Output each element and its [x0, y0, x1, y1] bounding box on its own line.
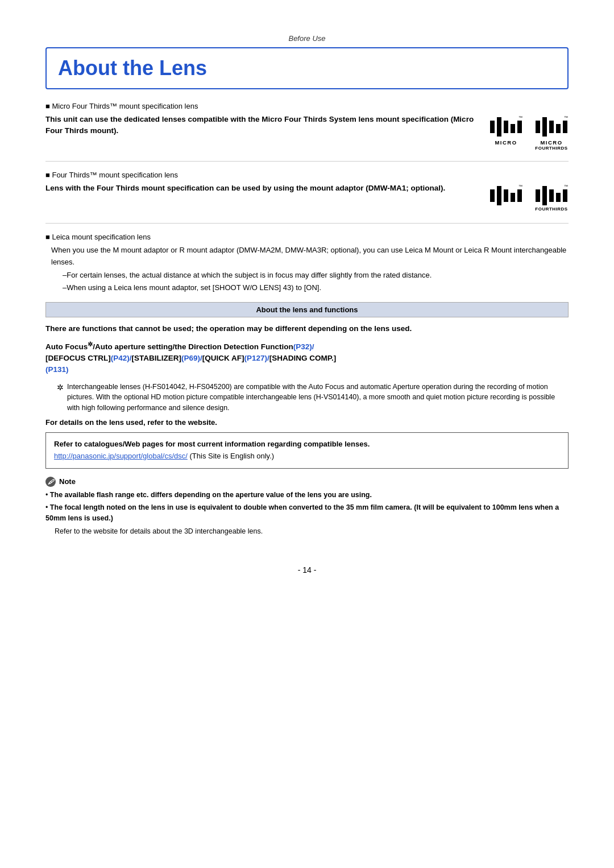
- functions-line1: There are functions that cannot be used;…: [45, 323, 569, 334]
- note-bullets: The available flash range etc. differs d…: [45, 490, 569, 538]
- four-thirds-logo-1: ™: [489, 185, 523, 206]
- note-bullet-1: The available flash range etc. differs d…: [45, 490, 569, 501]
- note-section: 🖊 Note The available flash range etc. di…: [45, 477, 569, 538]
- four-thirds-logo-1-icon: ™: [489, 185, 523, 206]
- functions-line4: (P131): [45, 364, 569, 375]
- note-bullet-3: Refer to the website for details about t…: [55, 526, 569, 537]
- micro-section-label: Micro Four Thirds™ mount specification l…: [45, 102, 569, 110]
- micro-logo-2-label-line2: FOURTHIRDS: [535, 146, 567, 151]
- asterisk-text: Interchangeable lenses (H-FS014042, H-FS…: [67, 382, 569, 414]
- svg-rect-20: [549, 189, 554, 202]
- micro-body-strong: This unit can use the dedicated lenses c…: [45, 115, 474, 135]
- divider-2: [45, 223, 569, 224]
- leica-sub-1: –For certain lenses, the actual distance…: [63, 270, 569, 282]
- svg-rect-8: [549, 121, 554, 133]
- page-title: About the Lens: [58, 56, 556, 80]
- micro-logo-2-label-line1: MICRO: [540, 139, 562, 146]
- svg-rect-21: [556, 193, 561, 202]
- micro-logo-2-icon: ™: [534, 116, 569, 138]
- four-thirds-logo-2: ™ FOURTHIRDS: [534, 185, 569, 212]
- svg-rect-10: [563, 121, 567, 133]
- functions-section: There are functions that cannot be used;…: [45, 323, 569, 376]
- leica-bullet-1: When you use the M mount adaptor or R mo…: [51, 245, 569, 268]
- svg-rect-9: [556, 124, 561, 133]
- micro-logo-1-icon: ™: [489, 116, 523, 138]
- page-number: - 14 -: [45, 565, 569, 574]
- svg-text:™: ™: [564, 116, 568, 119]
- svg-rect-22: [563, 189, 567, 202]
- page-container: Before Use About the Lens Micro Four Thi…: [0, 0, 614, 868]
- svg-rect-2: [504, 121, 508, 133]
- title-box: About the Lens: [45, 47, 569, 89]
- functions-line3: [DEFOCUS CTRL](P42)/[STABILIZER](P69)/[Q…: [45, 353, 569, 364]
- micro-logo-1-label: MICRO: [495, 139, 517, 146]
- svg-rect-3: [511, 124, 515, 133]
- four-thirds-section-label: Four Thirds™ mount specification lens: [45, 171, 569, 179]
- micro-logos: ™ MICRO ™ MICRO FOURTHIRDS: [489, 116, 569, 151]
- four-thirds-body-strong: Lens with the Four Thirds mount specific…: [45, 184, 445, 192]
- svg-text:™: ™: [518, 116, 522, 119]
- svg-rect-12: [490, 189, 495, 202]
- svg-rect-7: [542, 117, 547, 137]
- note-icon: 🖊: [45, 477, 56, 487]
- four-thirds-logos: ™ ™ FOURTHIRDS: [489, 185, 569, 212]
- svg-rect-13: [497, 186, 501, 205]
- leica-sub-2: –When using a Leica lens mount adaptor, …: [63, 282, 569, 294]
- leica-section-label: Leica mount specification lens: [45, 233, 569, 241]
- catalogue-line1: Refer to catalogues/Web pages for most c…: [54, 439, 560, 450]
- note-header-label: Note: [59, 477, 76, 486]
- before-use-label: Before Use: [45, 34, 569, 43]
- functions-line2: Auto Focus✲/Auto aperture setting/the Di…: [45, 339, 569, 353]
- svg-rect-6: [536, 121, 540, 133]
- micro-body-text: This unit can use the dedicated lenses c…: [45, 114, 478, 137]
- four-thirds-body-text: Lens with the Four Thirds mount specific…: [45, 183, 478, 194]
- svg-text:™: ™: [564, 185, 568, 188]
- four-thirds-logo-2-label: FOURTHIRDS: [535, 206, 567, 212]
- svg-rect-16: [517, 189, 522, 202]
- refer-website-text: For details on the lens used, refer to t…: [45, 418, 569, 427]
- four-thirds-section: Lens with the Four Thirds mount specific…: [45, 183, 569, 212]
- note-header: 🖊 Note: [45, 477, 569, 487]
- svg-text:™: ™: [518, 185, 522, 188]
- svg-rect-14: [504, 189, 508, 202]
- catalogue-url[interactable]: http://panasonic.jp/support/global/cs/ds…: [54, 452, 188, 460]
- catalogue-url-suffix: (This Site is English only.): [190, 452, 275, 460]
- note-bullet-2: The focal length noted on the lens in us…: [45, 502, 569, 524]
- four-thirds-logo-2-icon: ™: [534, 185, 569, 206]
- svg-rect-15: [511, 193, 515, 202]
- svg-rect-0: [490, 121, 495, 133]
- catalogue-url-line: http://panasonic.jp/support/global/cs/ds…: [54, 450, 560, 462]
- micro-four-thirds-section: This unit can use the dedicated lenses c…: [45, 114, 569, 151]
- svg-rect-1: [497, 117, 501, 137]
- catalogue-box: Refer to catalogues/Web pages for most c…: [45, 432, 569, 469]
- leica-section: Leica mount specification lens When you …: [45, 233, 569, 294]
- asterisk-star: ✲: [57, 382, 64, 414]
- leica-bullets: When you use the M mount adaptor or R mo…: [51, 245, 569, 294]
- micro-logo-1: ™ MICRO: [489, 116, 523, 146]
- asterisk-note: ✲ Interchangeable lenses (H-FS014042, H-…: [57, 382, 569, 414]
- svg-rect-19: [542, 186, 547, 205]
- info-bar: About the lens and functions: [45, 302, 569, 317]
- micro-logo-2: ™ MICRO FOURTHIRDS: [534, 116, 569, 151]
- divider-1: [45, 161, 569, 162]
- svg-rect-4: [517, 121, 522, 133]
- svg-rect-18: [536, 189, 540, 202]
